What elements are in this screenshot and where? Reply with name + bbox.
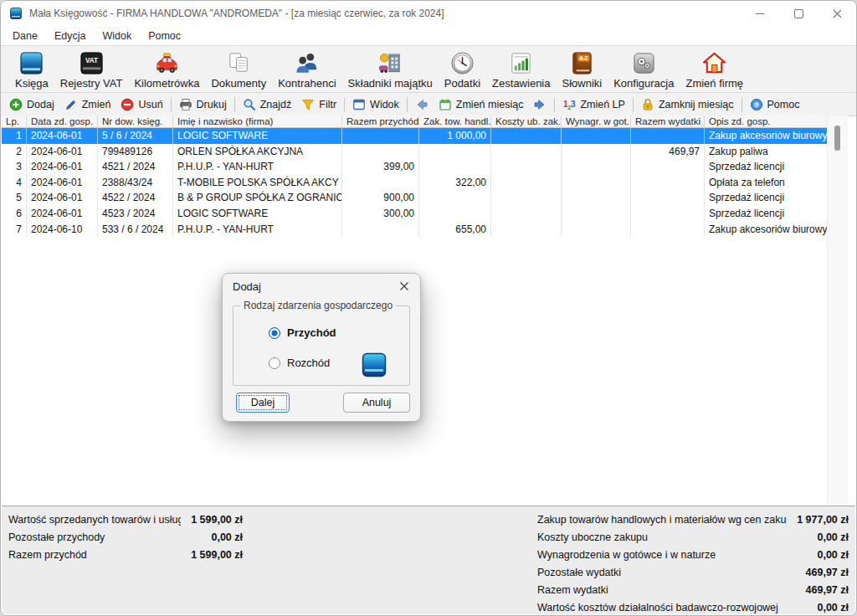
radio-przychod-label: Przychód: [287, 326, 336, 339]
toolbar-item-podatki[interactable]: Podatki: [439, 49, 486, 90]
cell-side-costs: [491, 144, 562, 160]
prev-month-button[interactable]: [410, 95, 434, 114]
filter-button[interactable]: Filtr: [296, 95, 341, 114]
toolbar-item-konfiguracja[interactable]: Konfiguracja: [608, 49, 680, 90]
table-row[interactable]: 3 2024-06-01 4521 / 2024 P.H.U.P. - YAN-…: [2, 159, 827, 175]
cancel-button[interactable]: Anuluj: [343, 393, 410, 413]
cell-expenses: [631, 175, 705, 191]
summary-value: 1 977,00 zł: [797, 514, 849, 526]
toolbar-item-label: Zestawienia: [492, 77, 550, 90]
print-button[interactable]: Drukuj: [174, 95, 232, 114]
col-header-income[interactable]: Razem przychód: [342, 116, 419, 127]
delete-button[interactable]: Usuń: [115, 95, 167, 114]
col-header-goods[interactable]: Zak. tow. handl.: [419, 116, 491, 127]
radio-unselected-icon[interactable]: [269, 357, 280, 369]
zestawienia-icon: [508, 50, 534, 76]
cell-side-costs: [491, 190, 562, 206]
view-icon: [352, 98, 366, 111]
table-row[interactable]: 5 2024-06-01 4522 / 2024 B & P GROUP SPÓ…: [2, 190, 827, 206]
cell-nr: 799489126: [98, 144, 173, 160]
toolbar-item-ksiega[interactable]: Księga: [9, 49, 54, 90]
cell-name: P.H.U.P. - YAN-HURT: [173, 222, 342, 238]
radio-rozchod[interactable]: Rozchód: [269, 357, 330, 369]
cell-goods: [419, 144, 491, 160]
summary-row: Pozostałe przychody 0,00 zł: [8, 528, 243, 546]
zmien-firme-icon: [701, 50, 727, 76]
cell-income: 900,00: [342, 190, 419, 206]
toolbar-item-rejestry-vat[interactable]: VAT Rejestry VAT: [54, 49, 129, 90]
toolbar-separator: [234, 97, 235, 112]
minimize-button[interactable]: [741, 1, 779, 26]
col-header-name[interactable]: Imię i nazwisko (firma): [173, 116, 342, 127]
col-header-date[interactable]: Data zd. gosp.: [27, 116, 98, 127]
table-header-row: Lp. Data zd. gosp. Nr dow. księg. Imię i…: [2, 116, 827, 128]
menu-dane[interactable]: Dane: [4, 28, 46, 44]
summary-panel: Wartość sprzedanych towarów i usług 1 59…: [2, 506, 855, 614]
toolbar-item-zestawienia[interactable]: Zestawienia: [486, 49, 556, 90]
kontrahenci-icon: [294, 50, 320, 76]
help-button[interactable]: ? Pomoc: [745, 95, 805, 114]
close-button[interactable]: [818, 1, 856, 26]
cell-goods: [419, 190, 491, 206]
cell-wages: [562, 222, 631, 238]
view-label: Widok: [370, 99, 399, 110]
next-month-button[interactable]: [528, 95, 552, 114]
summary-value: 0,00 zł: [211, 531, 243, 543]
maximize-button[interactable]: [779, 1, 818, 26]
dialog-close-button[interactable]: [398, 280, 410, 292]
menu-pomoc[interactable]: Pomoc: [140, 28, 189, 44]
toolbar-separator: [171, 97, 172, 112]
cell-income: [342, 144, 419, 160]
change-lp-button[interactable]: 1 2 3 Zmień LP: [557, 95, 630, 114]
col-header-wages[interactable]: Wynagr. w got.: [562, 116, 631, 127]
edit-button[interactable]: Zmień: [59, 95, 116, 114]
help-icon: ?: [750, 98, 763, 111]
summary-row: Wartość sprzedanych towarów i usług 1 59…: [8, 511, 243, 528]
toolbar-item-slowniki[interactable]: A-Z Słowniki: [556, 49, 608, 90]
summary-label: Wynagrodzenia w gotówce i w naturze: [537, 549, 807, 561]
summary-value: 0,00 zł: [817, 602, 849, 613]
toolbar-item-skladniki-majatku[interactable]: Składniki majątku: [342, 49, 439, 90]
summary-row: Pozostałe wydatki 469,97 zł: [537, 563, 849, 581]
cell-income: [342, 175, 419, 191]
change-month-button[interactable]: Zmień miesiąc: [434, 95, 529, 114]
col-header-lp[interactable]: Lp.: [2, 116, 27, 127]
summary-value: 0,00 zł: [817, 549, 849, 561]
menu-widok[interactable]: Widok: [94, 28, 140, 44]
cell-name: T-MOBILE POLSKA SPÓŁKA AKCY: [173, 175, 342, 191]
toolbar-item-kontrahenci[interactable]: Kontrahenci: [272, 49, 341, 90]
table-row[interactable]: 7 2024-06-10 533 / 6 / 2024 P.H.U.P. - Y…: [2, 222, 827, 238]
radio-selected-icon[interactable]: [269, 327, 280, 339]
toolbar-item-zmien-firme[interactable]: Zmień firmę: [680, 49, 749, 90]
cell-expenses: [631, 190, 705, 206]
scrollbar-thumb[interactable]: [834, 126, 840, 151]
cell-goods: 322,00: [419, 175, 491, 191]
view-button[interactable]: Widok: [347, 95, 404, 114]
toolbar-item-kilometrowka[interactable]: Kilometrówka: [128, 49, 205, 90]
skladniki-majatku-icon: [377, 50, 403, 76]
cell-side-costs: [491, 128, 562, 144]
summary-row: Razem wydatki 469,97 zł: [537, 581, 849, 598]
vertical-scrollbar[interactable]: [827, 116, 848, 506]
col-header-desc[interactable]: Opis zd. gosp.: [705, 116, 827, 127]
radio-przychod[interactable]: Przychód: [269, 326, 336, 339]
table-row[interactable]: 6 2024-06-01 4523 / 2024 LOGIC SOFTWARE …: [2, 206, 827, 222]
col-header-side[interactable]: Koszty ub. zak.: [491, 116, 562, 127]
col-header-nr[interactable]: Nr dow. księg.: [98, 116, 173, 127]
cell-desc: Sprzedaż licencji: [705, 159, 827, 175]
add-button[interactable]: Dodaj: [4, 95, 59, 114]
close-month-button[interactable]: Zamknij miesiąc: [636, 95, 739, 114]
search-button[interactable]: Znajdź: [238, 95, 297, 114]
toolbar-item-dokumenty[interactable]: Dokumenty: [205, 49, 272, 90]
cell-expenses: [631, 206, 705, 222]
table-row[interactable]: 2 2024-06-01 799489126 ORLEN SPÓŁKA AKCY…: [2, 144, 827, 160]
app-icon: [9, 7, 23, 20]
summary-label: Wartość kosztów działalności badawczo-ro…: [537, 602, 807, 613]
menu-edycja[interactable]: Edycja: [46, 28, 95, 44]
col-header-expenses[interactable]: Razem wydatki: [631, 116, 705, 127]
table-row[interactable]: 4 2024-06-01 2388/43/24 T-MOBILE POLSKA …: [2, 175, 827, 191]
edit-label: Zmień: [82, 99, 111, 110]
kilometrowka-icon: [154, 50, 180, 76]
table-row[interactable]: 1 2024-06-01 5 / 6 / 2024 LOGIC SOFTWARE…: [2, 128, 827, 144]
next-button[interactable]: Dalej: [236, 393, 290, 413]
